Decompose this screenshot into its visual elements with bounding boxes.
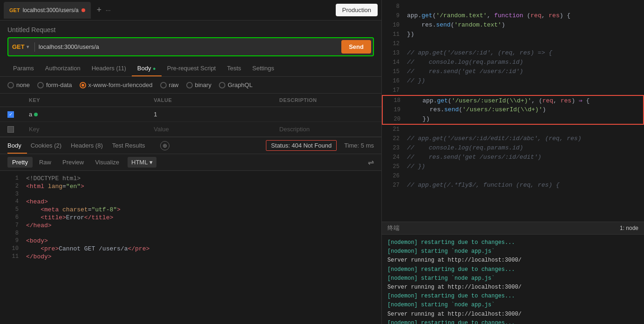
editor-line-10: 10 res.send('random.text') [382, 20, 644, 30]
response-tab-cookies[interactable]: Cookies (2) [31, 137, 67, 154]
right-panel: 8 9 app.get('/random.text', function (re… [382, 0, 644, 324]
kv-table: KEY VALUE DESCRIPTION a 1 Key Value Des [0, 94, 381, 137]
terminal-title: 终端 [387, 224, 400, 232]
production-button[interactable]: Production [336, 4, 378, 16]
globe-icon[interactable]: ⊕ [160, 141, 169, 150]
radio-binary[interactable]: binary [186, 81, 211, 88]
editor-line-13: 13 // app.get('/users/:id', (req, res) =… [382, 48, 644, 58]
new-tab-button[interactable]: + [93, 4, 106, 17]
code-line-10: 10 <pre>Cannot GET /users/a</pre> [0, 245, 381, 253]
highlight-red-block: 18 app.get('/users/:userId(\\d+)', (req,… [382, 95, 644, 125]
left-panel: GET localhost:3000/users/a + ··· Product… [0, 0, 382, 324]
term-line-6: Server running at http://localhost:3000/ [387, 283, 638, 292]
radio-binary-circle [186, 82, 193, 88]
code-line-6: 6 <title>Error</title> [0, 214, 381, 222]
term-line-5: [nodemon] starting `node app.js` [387, 274, 638, 283]
time-info: Time: 5 ms [344, 142, 374, 149]
tab-authorization[interactable]: Authorization [40, 60, 86, 76]
format-preview[interactable]: Preview [58, 157, 88, 168]
request-title: Untitled Request [7, 26, 374, 34]
unsaved-dot [81, 8, 85, 12]
tab-url: localhost:3000/users/a [23, 7, 79, 14]
radio-form-data[interactable]: form-data [37, 81, 72, 88]
tab-tests[interactable]: Tests [221, 60, 246, 76]
url-bar: GET ▾ Send [7, 37, 374, 56]
term-line-10: [nodemon] restarting due to changes... [387, 319, 638, 324]
term-line-2: [nodemon] starting `node app.js` [387, 247, 638, 256]
editor-line-19: 19 res.send('/users/:userId(\\d+)') [383, 105, 643, 115]
key-dot [34, 113, 38, 116]
editor-line-8: 8 [382, 2, 644, 11]
placeholder-row: Key Value Description [0, 122, 381, 137]
terminal-node-tab[interactable]: 1: node [620, 225, 638, 231]
col-key: KEY [21, 94, 146, 107]
placeholder-key[interactable]: Key [21, 122, 146, 137]
request-tab[interactable]: GET localhost:3000/users/a [4, 2, 91, 19]
filter-icon[interactable]: ⇌ [368, 158, 374, 167]
tab-method: GET [9, 7, 20, 13]
description-cell[interactable] [272, 107, 381, 122]
tab-params[interactable]: Params [7, 60, 40, 76]
editor-line-24: 24 // res.send('get /users/:id/edit') [382, 153, 644, 162]
terminal: 终端 1: node [nodemon] restarting due to c… [382, 222, 644, 324]
code-line-1: 1 <!DOCTYPE html> [0, 175, 381, 182]
tab-body[interactable]: Body ● [132, 60, 162, 76]
col-description: DESCRIPTION [272, 94, 381, 107]
key-cell[interactable]: a [21, 107, 146, 122]
code-line-9: 9 <body> [0, 237, 381, 245]
editor-line-17: 17 [382, 86, 644, 95]
url-divider [34, 42, 35, 52]
radio-none-circle [7, 82, 14, 88]
tab-more-button[interactable]: ··· [106, 7, 111, 14]
editor-line-9: 9 app.get('/random.text', function (req,… [382, 11, 644, 20]
placeholder-checkbox[interactable] [7, 126, 14, 133]
term-line-1: [nodemon] restarting due to changes... [387, 238, 638, 247]
code-line-5: 5 <meta charset="utf-8"> [0, 206, 381, 214]
term-line-9: Server running at http://localhost:3000/ [387, 310, 638, 319]
code-editor: 8 9 app.get('/random.text', function (re… [382, 0, 644, 222]
terminal-body: [nodemon] restarting due to changes... [… [382, 235, 644, 324]
format-visualize[interactable]: Visualize [90, 157, 124, 168]
radio-graphql[interactable]: GraphQL [219, 81, 252, 88]
value-cell[interactable]: 1 [146, 107, 272, 122]
response-code-display: 1 <!DOCTYPE html> 2 <html lang="en"> 3 4… [0, 171, 381, 324]
term-line-7: [nodemon] restarting due to changes... [387, 292, 638, 301]
response-tab-headers[interactable]: Headers (8) [71, 137, 108, 154]
editor-line-23: 23 // console.log(req.params.id) [382, 143, 644, 153]
tab-settings[interactable]: Settings [247, 60, 280, 76]
radio-urlencoded[interactable]: x-www-form-urlencoded [80, 81, 153, 88]
code-line-7: 7 </head> [0, 222, 381, 230]
term-line-4: [nodemon] restarting due to changes... [387, 265, 638, 274]
code-line-4: 4 <head> [0, 198, 381, 206]
method-selector[interactable]: GET ▾ [10, 40, 31, 53]
response-tab-test-results[interactable]: Test Results [112, 137, 151, 154]
editor-line-26: 26 [382, 171, 644, 181]
format-select[interactable]: HTML ▾ [128, 157, 156, 168]
code-line-8: 8 [0, 230, 381, 237]
editor-line-14: 14 // console.log(req.params.id) [382, 58, 644, 67]
tab-prerequest[interactable]: Pre-request Script [162, 60, 222, 76]
format-pretty[interactable]: Pretty [7, 157, 33, 168]
radio-none[interactable]: none [7, 81, 30, 88]
terminal-header: 终端 1: node [382, 222, 644, 235]
col-value: VALUE [146, 94, 272, 107]
code-line-3: 3 [0, 190, 381, 198]
placeholder-description[interactable]: Description [272, 122, 381, 137]
method-arrow-icon: ▾ [27, 44, 29, 49]
tab-headers[interactable]: Headers (11) [86, 60, 132, 76]
col-checkbox [0, 94, 21, 107]
send-button[interactable]: Send [341, 40, 371, 54]
code-line-11: 11 </body> [0, 253, 381, 261]
editor-line-20: 20 }) [383, 115, 643, 124]
editor-line-12: 12 [382, 39, 644, 48]
format-raw[interactable]: Raw [34, 157, 56, 168]
term-line-3: Server running at http://localhost:3000/ [387, 256, 638, 265]
radio-raw[interactable]: raw [160, 81, 179, 88]
placeholder-value[interactable]: Value [146, 122, 272, 137]
radio-form-data-circle [37, 82, 44, 88]
response-tab-body[interactable]: Body [7, 137, 27, 154]
row-checkbox[interactable] [7, 111, 14, 118]
radio-graphql-circle [219, 82, 225, 88]
status-badge: Status: 404 Not Found [266, 140, 337, 151]
url-input[interactable] [39, 43, 341, 50]
